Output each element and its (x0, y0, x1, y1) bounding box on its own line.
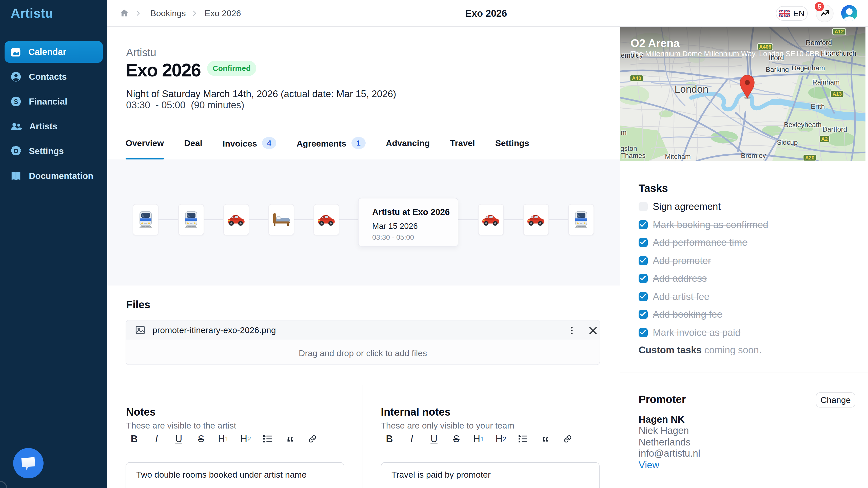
svg-text:Mitcham: Mitcham (665, 153, 691, 160)
svg-text:A13: A13 (833, 91, 842, 97)
svg-text:Bromley: Bromley (741, 152, 766, 159)
svg-text:A20: A20 (805, 155, 814, 160)
svg-text:Rainham: Rainham (812, 78, 840, 86)
svg-text:Dartford: Dartford (823, 126, 847, 133)
svg-text:Bexleyheath: Bexleyheath (784, 121, 822, 129)
svg-text:A406: A406 (759, 44, 771, 50)
svg-text:Erith: Erith (811, 103, 825, 110)
svg-text:A40: A40 (632, 75, 641, 81)
svg-text:A2: A2 (821, 136, 828, 142)
svg-text:A12: A12 (835, 29, 844, 34)
svg-text:Sidcup: Sidcup (777, 139, 798, 146)
svg-text:O2 Arena: O2 Arena (630, 37, 680, 50)
svg-text:Barking: Barking (766, 66, 789, 73)
svg-text:gston: gston (620, 145, 637, 152)
svg-text:London: London (675, 84, 708, 95)
svg-text:The Millennium Dome Millennium: The Millennium Dome Millennium Way, Lond… (630, 50, 834, 58)
svg-text:m: m (621, 129, 627, 136)
svg-text:Thames: Thames (621, 152, 646, 159)
svg-text:Dagenham: Dagenham (792, 64, 825, 72)
svg-text:$: $ (14, 98, 18, 105)
svg-text:Romford: Romford (806, 39, 832, 46)
